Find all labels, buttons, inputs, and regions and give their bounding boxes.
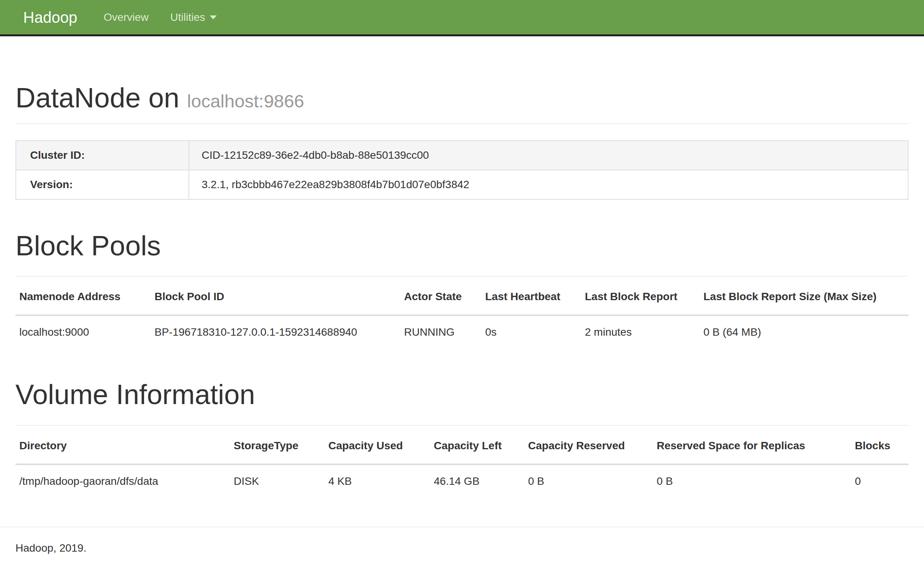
cell-actor-state: RUNNING [400,315,481,348]
col-directory: Directory [15,426,230,464]
cell-directory: /tmp/hadoop-gaoran/dfs/data [15,464,230,498]
nav-item-overview-label: Overview [104,0,149,36]
col-last-block-report: Last Block Report [581,277,700,315]
table-header-row: Namenode Address Block Pool ID Actor Sta… [15,277,909,315]
page-header: DataNode on localhost:9866 [15,83,909,124]
cell-namenode-address: localhost:9000 [15,315,151,348]
cell-last-heartbeat: 0s [481,315,581,348]
block-pools-header: Block Pools [15,231,909,277]
table-row: localhost:9000 BP-196718310-127.0.0.1-15… [15,315,909,348]
volume-info-header: Volume Information [15,379,909,425]
version-value: 3.2.1, rb3cbbb467e22ea829b3808f4b7b01d07… [189,170,908,199]
cell-capacity-reserved: 0 B [524,464,653,498]
col-storage-type: StorageType [230,426,324,464]
cell-last-block-report-size: 0 B (64 MB) [700,315,909,348]
col-reserved-replicas: Reserved Space for Replicas [653,426,851,464]
block-pools-title: Block Pools [15,231,909,261]
nav-item-overview[interactable]: Overview [93,0,160,36]
page-title-main: DataNode on [15,82,179,113]
table-row: /tmp/hadoop-gaoran/dfs/data DISK 4 KB 46… [15,464,909,498]
footer-text: Hadoop, 2019. [0,527,924,554]
col-last-block-report-size: Last Block Report Size (Max Size) [700,277,909,315]
table-row: Cluster ID: CID-12152c89-36e2-4db0-b8ab-… [16,141,908,170]
page-title-host: localhost:9866 [187,91,304,111]
cell-storage-type: DISK [230,464,324,498]
cell-blocks: 0 [851,464,909,498]
chevron-down-icon [210,15,217,19]
cell-last-block-report: 2 minutes [581,315,700,348]
version-label: Version: [16,170,189,199]
top-navbar: Hadoop Overview Utilities [0,0,924,36]
col-block-pool-id: Block Pool ID [151,277,400,315]
volume-info-title: Volume Information [15,379,909,410]
page-title: DataNode on localhost:9866 [15,83,909,113]
cell-capacity-used: 4 KB [324,464,430,498]
brand-hadoop[interactable]: Hadoop [0,0,93,36]
col-capacity-left: Capacity Left [430,426,524,464]
cluster-id-label: Cluster ID: [16,141,189,170]
block-pools-table: Namenode Address Block Pool ID Actor Sta… [15,277,909,348]
col-actor-state: Actor State [400,277,481,315]
col-namenode-address: Namenode Address [15,277,151,315]
col-capacity-used: Capacity Used [324,426,430,464]
cell-reserved-replicas: 0 B [653,464,851,498]
table-header-row: Directory StorageType Capacity Used Capa… [15,426,909,464]
col-blocks: Blocks [851,426,909,464]
main-content: DataNode on localhost:9866 Cluster ID: C… [0,83,924,498]
nav-item-utilities-label: Utilities [170,0,205,36]
col-capacity-reserved: Capacity Reserved [524,426,653,464]
cluster-id-value: CID-12152c89-36e2-4db0-b8ab-88e50139cc00 [189,141,908,170]
table-row: Version: 3.2.1, rb3cbbb467e22ea829b3808f… [16,170,908,199]
cell-block-pool-id: BP-196718310-127.0.0.1-1592314688940 [151,315,400,348]
cell-capacity-left: 46.14 GB [430,464,524,498]
col-last-heartbeat: Last Heartbeat [481,277,581,315]
cluster-info-table: Cluster ID: CID-12152c89-36e2-4db0-b8ab-… [15,140,909,200]
volume-info-table: Directory StorageType Capacity Used Capa… [15,426,909,498]
nav-item-utilities[interactable]: Utilities [160,0,228,36]
